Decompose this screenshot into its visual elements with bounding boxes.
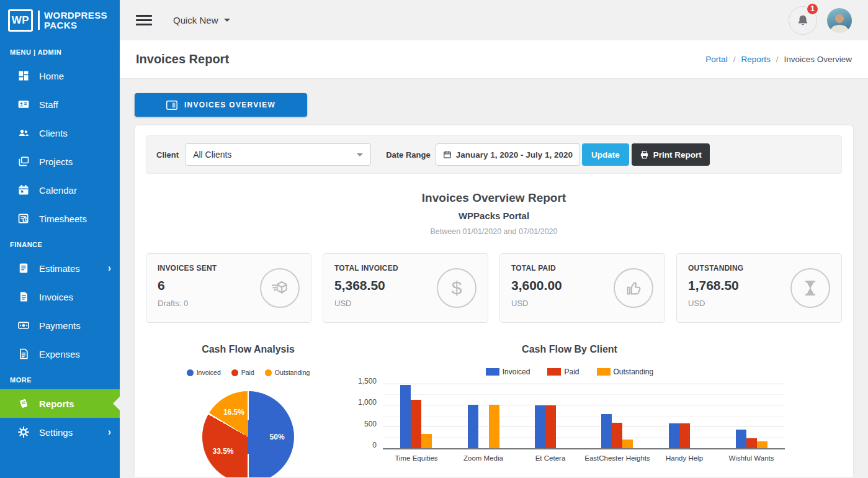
legend-item-outstanding: Outstanding [265, 369, 310, 376]
people-icon [17, 127, 30, 139]
printer-icon [640, 150, 649, 160]
sidebar-item-label: Settings [39, 427, 73, 438]
stat-card-value: 5,368.50 [334, 278, 398, 293]
sidebar-item-timesheets[interactable]: Timesheets [0, 204, 120, 233]
report-heading: Invoices Overview Report WPPacks Portal … [146, 191, 842, 236]
quick-new-dropdown[interactable]: Quick New [173, 15, 230, 25]
topbar-right: 1 [789, 6, 852, 35]
bar-outstanding [622, 440, 633, 448]
x-category-label: Zoom Media [450, 454, 517, 462]
legend-label: Paid [564, 368, 579, 376]
x-category-label: Handy Help [651, 454, 718, 462]
invoices-overview-button[interactable]: INVOICES OVERVIEW [135, 93, 307, 117]
x-category-label: Wishful Wants [718, 454, 785, 462]
calendar-icon [443, 150, 452, 159]
x-axis-labels: Time EquitiesZoom MediaEt CeteraEastChes… [383, 454, 785, 462]
sidebar-item-projects[interactable]: Projects [0, 147, 120, 176]
legend-item-paid: Paid [547, 368, 579, 376]
notifications-button[interactable]: 1 [789, 6, 817, 35]
invoice-card-icon [166, 101, 177, 110]
date-range-input[interactable]: January 1, 2020 - July 1, 2020 [436, 143, 580, 166]
content: INVOICES OVERVIEW Client All Clients Dat… [120, 79, 868, 478]
y-axis-labels: 05001,0001,500 [354, 386, 383, 449]
stat-card-label: TOTAL PAID [511, 264, 562, 273]
date-range-label: Date Range [386, 150, 431, 160]
hamburger-menu-icon[interactable] [136, 12, 152, 28]
legend-label: Invoiced [197, 369, 221, 376]
thumbs-up-icon [614, 268, 653, 308]
sidebar-item-calendar[interactable]: Calendar [0, 176, 120, 204]
bar-outstanding [421, 434, 432, 448]
gear-icon [17, 426, 30, 438]
stat-card-text: TOTAL PAID3,600.00USD [511, 264, 562, 312]
stat-card-sub: Drafts: 0 [158, 299, 217, 308]
pie-legend: InvoicedPaidOutstanding [146, 369, 351, 376]
sidebar-item-staff[interactable]: Staff [0, 90, 120, 119]
sidebar-item-clients[interactable]: Clients [0, 119, 120, 147]
hourglass-icon [790, 268, 830, 308]
minor-gridline [383, 437, 785, 438]
bar-chart-title: Cash Flow By Client [354, 344, 785, 355]
stat-card-label: TOTAL INVOICED [334, 264, 398, 273]
brand-name: WORDPRESS PACKS [38, 11, 107, 30]
sidebar-item-settings[interactable]: Settings› [0, 418, 120, 446]
page-header: Invoices Report Portal/Reports/Invoices … [120, 40, 868, 79]
pie-slice-label: 33.5% [212, 447, 233, 456]
estimate-icon [17, 262, 30, 274]
timesheet-icon [17, 212, 30, 225]
y-tick-label: 500 [364, 420, 377, 428]
stat-card-sub: USD [511, 299, 562, 308]
client-select[interactable]: All Clients [185, 143, 371, 166]
sidebar-item-label: Estimates [39, 263, 80, 274]
chevron-right-icon: › [108, 263, 111, 274]
brand-logo[interactable]: WP WORDPRESS PACKS [0, 0, 120, 40]
charts-row: Cash Flow Analysis InvoicedPaidOutstandi… [146, 344, 842, 477]
bar-chart-section: Cash Flow By Client InvoicedPaidOutstand… [351, 344, 842, 477]
chevron-down-icon [224, 19, 230, 22]
sidebar-section-label: MORE [0, 368, 120, 389]
sidebar-item-home[interactable]: Home [0, 61, 120, 90]
sidebar-item-expenses[interactable]: Expenses [0, 340, 120, 368]
filter-bar: Client All Clients Date Range January 1,… [146, 135, 842, 174]
bar-paid [612, 423, 622, 448]
update-button[interactable]: Update [582, 143, 629, 166]
sidebar-item-invoices[interactable]: Invoices [0, 282, 120, 311]
major-gridline [383, 384, 785, 384]
breadcrumb-portal[interactable]: Portal [705, 55, 727, 64]
stat-card-text: INVOICES SENT6Drafts: 0 [158, 264, 217, 312]
stat-card-label: INVOICES SENT [158, 264, 217, 273]
legend-swatch [597, 368, 611, 376]
sidebar-item-reports[interactable]: Reports [0, 389, 120, 418]
sidebar-item-payments[interactable]: Payments [0, 311, 120, 340]
bar-paid [545, 405, 556, 448]
dollar-icon: $ [437, 268, 477, 308]
calendar-icon [17, 184, 30, 196]
sidebar-item-label: Staff [39, 99, 58, 110]
pie-slice-label: 50% [270, 433, 285, 441]
sidebar-item-estimates[interactable]: Estimates› [0, 254, 120, 282]
minor-gridline [383, 394, 785, 395]
major-gridline [383, 426, 785, 427]
stat-card-total-invoiced: TOTAL INVOICED5,368.50USD$ [323, 253, 488, 323]
print-button-label: Print Report [653, 150, 702, 160]
bar-plot [383, 386, 785, 449]
print-report-button[interactable]: Print Report [632, 143, 710, 166]
breadcrumb-reports[interactable]: Reports [741, 55, 770, 64]
user-avatar[interactable] [827, 8, 852, 33]
sidebar-section-label: FINANCE [0, 233, 120, 254]
legend-swatch [547, 368, 561, 376]
sidebar-item-label: Clients [39, 128, 68, 138]
bell-icon [796, 14, 810, 27]
legend-dot [265, 369, 272, 376]
x-category-label: EastChester Heights [584, 454, 651, 462]
minor-gridline [383, 416, 785, 417]
sidebar-item-label: Expenses [39, 349, 80, 359]
package-send-icon [260, 268, 300, 308]
chevron-down-icon [357, 153, 363, 156]
topbar: Quick New 1 [120, 0, 868, 40]
pie-chart: 50%33.5%16.5% [202, 391, 294, 477]
stat-card-value: 1,768.50 [688, 278, 743, 293]
client-label: Client [156, 150, 179, 160]
pie-chart-title: Cash Flow Analysis [146, 344, 351, 355]
legend-dot [231, 369, 238, 376]
